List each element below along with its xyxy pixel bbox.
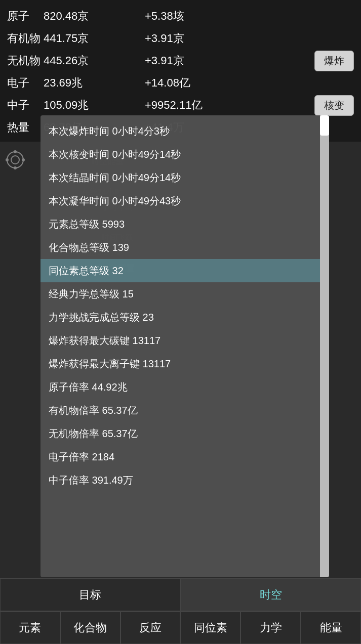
popup-item-2: 本次结晶时间 0小时49分14秒 [41,166,320,189]
popup-item-14: 电子倍率 2184 [41,445,320,468]
nuclear-button[interactable]: 核变 [314,95,354,116]
nav-bottom-btn-2[interactable]: 反应 [121,612,181,644]
svg-point-0 [7,152,23,168]
stat-label-4: 中子 [7,98,44,113]
popup-list: 本次爆炸时间 0小时4分3秒本次核变时间 0小时49分14秒本次结晶时间 0小时… [41,115,320,577]
stat-value-4: 105.09兆 [44,98,145,113]
nav-bottom-btn-4[interactable]: 力学 [240,612,301,644]
nav-bottom-btn-3[interactable]: 同位素 [180,612,240,644]
popup-item-12: 有机物倍率 65.37亿 [41,399,320,422]
stat-delta-2: +3.91京 [145,53,184,68]
popup-item-10: 爆炸获得最大离子键 13117 [41,352,320,375]
nav-top-btn-1[interactable]: 时空 [181,579,362,611]
popup-item-3: 本次凝华时间 0小时49分43秒 [41,189,320,212]
stat-label-2: 无机物 [7,53,44,68]
bottom-nav: 目标时空 元素化合物反应同位素力学能量 [0,578,361,644]
stat-label-0: 原子 [7,9,44,24]
nav-top-btn-0[interactable]: 目标 [0,579,181,611]
left-icon [4,149,26,171]
svg-point-3 [14,166,17,169]
svg-point-1 [11,156,19,164]
svg-point-4 [6,158,9,161]
stats-popup[interactable]: 本次爆炸时间 0小时4分3秒本次核变时间 0小时49分14秒本次结晶时间 0小时… [41,115,329,577]
popup-item-4: 元素总等级 5993 [41,212,320,236]
stat-delta-0: +5.38垓 [145,9,184,24]
nav-bottom-btn-0[interactable]: 元素 [0,612,60,644]
stat-label-5: 热量 [7,120,44,135]
stat-row-3: 电子23.69兆+14.08亿 [7,72,354,94]
svg-point-2 [14,150,17,153]
popup-item-11: 原子倍率 44.92兆 [41,375,320,399]
stat-label-1: 有机物 [7,31,44,46]
popup-item-7: 经典力学总等级 15 [41,282,320,306]
scrollbar-thumb[interactable] [320,115,329,136]
popup-item-15: 中子倍率 391.49万 [41,468,320,492]
nav-bottom-btn-1[interactable]: 化合物 [60,612,121,644]
stat-delta-3: +14.08亿 [145,75,190,91]
popup-item-9: 爆炸获得最大碳键 13117 [41,329,320,352]
popup-item-13: 无机物倍率 65.37亿 [41,422,320,445]
stat-value-3: 23.69兆 [44,75,145,91]
stat-value-0: 820.48京 [44,9,145,24]
stat-row-0: 原子820.48京+5.38垓 [7,5,354,27]
explode-button[interactable]: 爆炸 [314,51,354,71]
stat-delta-4: +9952.11亿 [145,98,203,113]
popup-item-6: 同位素总等级 32 [41,259,320,282]
svg-point-5 [22,158,25,161]
stat-value-1: 441.75京 [44,31,145,46]
popup-item-5: 化合物总等级 139 [41,236,320,259]
popup-item-0: 本次爆炸时间 0小时4分3秒 [41,119,320,143]
popup-item-1: 本次核变时间 0小时49分14秒 [41,143,320,166]
stat-value-2: 445.26京 [44,53,145,68]
stat-label-3: 电子 [7,75,44,91]
nav-bottom-btn-5[interactable]: 能量 [301,612,361,644]
popup-scrollbar[interactable] [320,115,329,577]
nav-row-bottom: 元素化合物反应同位素力学能量 [0,611,361,644]
stat-delta-1: +3.91京 [145,31,184,46]
stat-row-4: 中子105.09兆+9952.11亿核变 [7,94,354,116]
stat-row-2: 无机物445.26京+3.91京爆炸 [7,50,354,72]
stat-row-1: 有机物441.75京+3.91京 [7,27,354,50]
nav-row-top: 目标时空 [0,578,361,611]
popup-item-8: 力学挑战完成总等级 23 [41,306,320,329]
